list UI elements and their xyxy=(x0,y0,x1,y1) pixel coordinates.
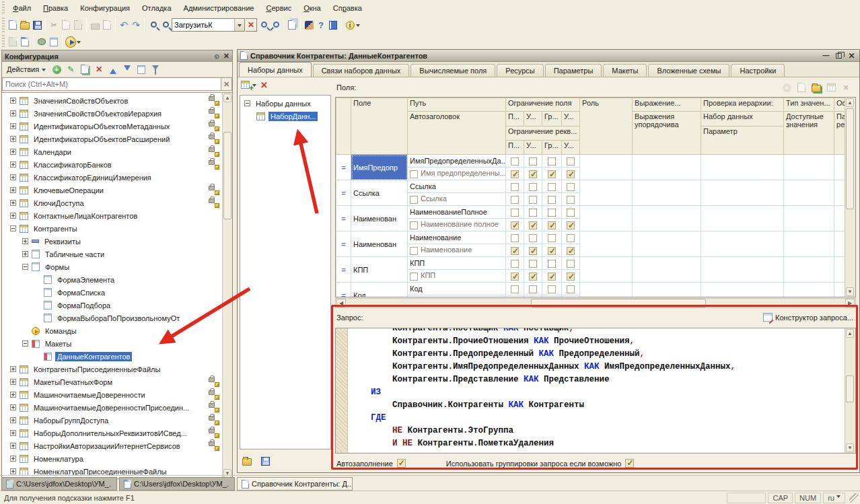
table-row[interactable]: =КодКод xyxy=(336,283,845,295)
menu-item[interactable]: Конфигурация xyxy=(74,1,136,15)
column-flag[interactable]: Гр... xyxy=(542,141,562,155)
scroll-up-icon[interactable]: ▲ xyxy=(846,329,854,338)
empty-cell[interactable] xyxy=(580,257,633,283)
column-flag[interactable]: Гр... xyxy=(542,112,562,127)
table-row[interactable]: =СсылкаСсылка xyxy=(336,180,845,193)
close-window-button[interactable] xyxy=(19,36,31,48)
empty-cell[interactable] xyxy=(633,180,701,206)
resize-grip[interactable] xyxy=(849,493,859,503)
collapse-icon[interactable] xyxy=(10,225,16,231)
expand-icon[interactable] xyxy=(10,98,16,104)
move-up-button[interactable] xyxy=(107,63,119,75)
column-flag[interactable]: У... xyxy=(524,112,542,127)
empty-cell[interactable] xyxy=(701,257,784,283)
flag-checkbox[interactable] xyxy=(567,196,575,204)
table-row[interactable]: =КППКПП xyxy=(336,257,845,270)
menu-item[interactable]: Администрирование xyxy=(178,1,260,15)
tree-item[interactable]: ФормаСписка xyxy=(2,286,222,299)
scroll-right-icon[interactable]: ▶ xyxy=(845,299,855,308)
empty-cell[interactable] xyxy=(580,206,633,231)
column-hierarchy-param[interactable]: Параметр xyxy=(701,127,784,155)
tree-item[interactable]: КлассификаторБанков xyxy=(2,158,222,171)
tree-item[interactable]: Номенклатура xyxy=(2,452,222,465)
flag-checkbox[interactable] xyxy=(548,221,556,229)
tree-item[interactable]: МакетыПечатныхФорм xyxy=(2,375,222,388)
column-last-sub[interactable]: Па ре xyxy=(834,112,845,155)
flag-checkbox[interactable] xyxy=(567,247,575,255)
tree-item[interactable]: Табличные части xyxy=(2,248,222,260)
taskbar-tab[interactable]: C:\Users\jdfox\Desktop\УМ_. xyxy=(119,477,235,491)
empty-cell[interactable] xyxy=(784,257,834,283)
flag-checkbox[interactable] xyxy=(511,285,519,293)
flag-checkbox[interactable] xyxy=(567,260,575,268)
autotitle-checkbox[interactable] xyxy=(410,221,418,229)
syntax-helper-button[interactable] xyxy=(303,19,315,31)
expand-icon[interactable] xyxy=(10,213,16,219)
flag-checkbox[interactable] xyxy=(511,183,519,191)
expand-icon[interactable] xyxy=(10,136,16,142)
tree-item[interactable]: ИдентификаторыОбъектовРасширений xyxy=(2,133,222,145)
help-contents-button[interactable] xyxy=(327,19,339,31)
flag-checkbox[interactable] xyxy=(511,196,519,204)
expand-icon[interactable] xyxy=(10,174,16,180)
tree-item[interactable]: НастройкиАвторизацииИнтернетСервисов xyxy=(2,439,222,452)
tree-item[interactable]: ЗначенияСвойствОбъектов xyxy=(2,94,222,107)
tree-item[interactable]: ФормаЭлемента xyxy=(2,273,222,286)
add-folder-button[interactable] xyxy=(810,81,822,94)
taskbar-tab[interactable]: Справочник Контрагенты: Д... xyxy=(237,477,353,491)
flag-checkbox[interactable] xyxy=(548,196,556,204)
add-table-field-button[interactable] xyxy=(825,81,837,94)
menu-item[interactable]: Справка xyxy=(327,1,368,15)
empty-cell[interactable] xyxy=(580,180,633,206)
expand-icon[interactable] xyxy=(10,392,16,398)
tree-scrollbar[interactable]: ▲ ▼ xyxy=(222,93,232,478)
flag-checkbox[interactable] xyxy=(567,234,575,242)
flag-checkbox[interactable] xyxy=(567,157,575,166)
scroll-left-icon[interactable]: ◀ xyxy=(336,299,346,308)
empty-cell[interactable] xyxy=(633,231,701,257)
close-panel-button[interactable]: ✕ xyxy=(223,52,229,61)
column-flag[interactable]: У... xyxy=(562,141,580,155)
field-name-cell[interactable]: Наименован xyxy=(351,206,408,231)
tab-Наборы данных[interactable]: Наборы данных xyxy=(239,62,312,77)
scrollbar-thumb[interactable] xyxy=(846,375,854,402)
flag-checkbox[interactable] xyxy=(529,183,537,191)
column-flag[interactable]: У... xyxy=(562,112,580,127)
windows-list-button[interactable] xyxy=(286,19,298,31)
flag-checkbox[interactable] xyxy=(529,209,537,217)
tree-item[interactable]: ФормаПодбора xyxy=(2,299,222,312)
column-expression-sub[interactable]: Выражения упорядочива xyxy=(633,112,701,155)
add-field-button[interactable]: + xyxy=(781,81,793,94)
sort-button[interactable] xyxy=(135,63,147,75)
flag-checkbox[interactable] xyxy=(529,285,537,293)
find-prev-button[interactable] xyxy=(269,19,281,31)
column-hierarchy[interactable]: Проверка иерархии: xyxy=(701,98,784,112)
flag-checkbox[interactable] xyxy=(548,285,556,293)
tab-Ресурсы[interactable]: Ресурсы xyxy=(497,64,543,77)
expand-icon[interactable] xyxy=(10,366,16,372)
empty-cell[interactable] xyxy=(834,206,845,231)
query-text[interactable]: Контрагенты.Поставщик КАК Поставщик,Конт… xyxy=(349,328,844,450)
empty-cell[interactable] xyxy=(834,283,845,298)
flag-checkbox[interactable] xyxy=(511,157,519,166)
expand-icon[interactable] xyxy=(22,251,28,257)
empty-cell[interactable] xyxy=(834,155,845,180)
empty-cell[interactable] xyxy=(580,155,633,180)
configuration-panel-header[interactable]: Конфигурация ⊙ ✕ xyxy=(2,50,232,62)
field-path-cell[interactable]: Ссылка xyxy=(408,180,506,193)
redo-button[interactable]: ↷ xyxy=(130,19,142,31)
update-db-config-button[interactable] xyxy=(36,36,48,48)
autotitle-checkbox[interactable] xyxy=(410,247,418,255)
copy-button[interactable] xyxy=(60,19,72,31)
field-path-cell[interactable]: НаименованиеПолное xyxy=(408,206,506,219)
tree-item[interactable]: МашиночитаемыеДоверенностиПрисоедин... xyxy=(2,401,222,414)
empty-cell[interactable] xyxy=(784,206,834,231)
empty-cell[interactable] xyxy=(834,231,845,257)
flag-checkbox[interactable] xyxy=(548,209,556,217)
flag-checkbox[interactable] xyxy=(548,234,556,242)
tree-item[interactable]: ФормаВыбораПоПроизвольномуОт xyxy=(2,312,222,324)
collapse-icon[interactable] xyxy=(22,264,28,270)
tree-item[interactable]: Реквизиты xyxy=(2,235,222,248)
empty-cell[interactable] xyxy=(580,283,633,298)
tab-Вычисляемые поля[interactable]: Вычисляемые поля xyxy=(410,64,495,77)
